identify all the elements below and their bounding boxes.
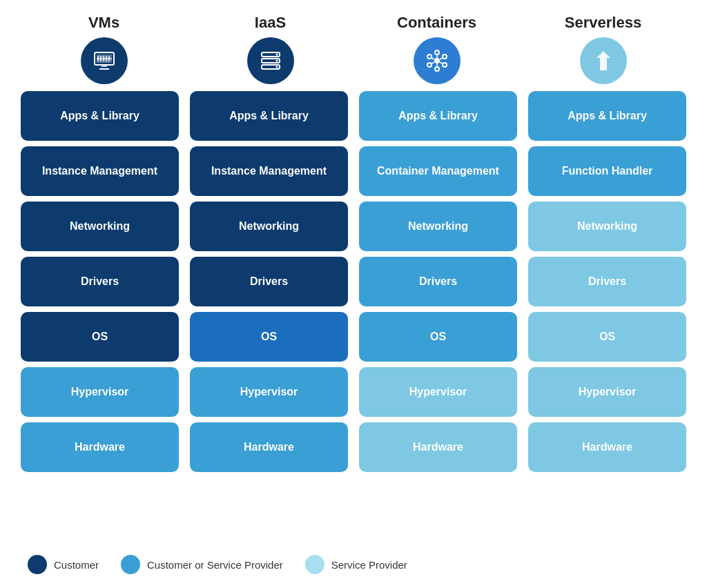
legend-dot-2 <box>305 555 325 574</box>
svg-line-27 <box>431 62 434 64</box>
svg-point-17 <box>435 50 439 55</box>
cell-containers-row0: Apps & Library <box>359 91 517 141</box>
svg-rect-8 <box>101 65 107 67</box>
col-header-serverless: Serverless <box>520 14 686 84</box>
cell-vms-row0: Apps & Library <box>21 91 179 141</box>
cell-serverless-row3: Drivers <box>528 257 686 306</box>
col-header-containers: Containers <box>354 14 520 84</box>
grid-row-4: OSOSOSOS <box>21 312 686 362</box>
legend-item-2: Service Provider <box>305 555 407 574</box>
column-headers: VMs IaaS Containers <box>21 14 686 84</box>
cell-iaas-row0: Apps & Library <box>190 91 348 141</box>
cell-serverless-row0: Apps & Library <box>528 91 686 141</box>
grid-row-0: Apps & LibraryApps & LibraryApps & Libra… <box>21 91 686 141</box>
svg-point-18 <box>435 67 439 71</box>
grid-row-3: DriversDriversDriversDrivers <box>21 257 686 306</box>
cell-containers-row1: Container Management <box>359 146 517 196</box>
cell-containers-row2: Networking <box>359 202 517 251</box>
col-header-vms: VMs <box>21 14 187 84</box>
icon-iaas <box>247 37 294 84</box>
svg-point-16 <box>434 58 440 63</box>
icon-containers <box>414 37 461 84</box>
svg-line-25 <box>431 58 434 60</box>
grid-row-5: HypervisorHypervisorHypervisorHypervisor <box>21 367 686 417</box>
grid-row-1: Instance ManagementInstance ManagementCo… <box>21 146 686 196</box>
cell-iaas-row5: Hypervisor <box>190 367 348 417</box>
svg-point-22 <box>443 63 447 67</box>
col-title-serverless: Serverless <box>565 14 641 32</box>
cell-serverless-row2: Networking <box>528 202 686 251</box>
grid-row-2: NetworkingNetworkingNetworkingNetworking <box>21 202 686 251</box>
cell-containers-row5: Hypervisor <box>359 367 517 417</box>
svg-point-20 <box>443 55 447 59</box>
legend-label-0: Customer <box>54 559 99 571</box>
cell-iaas-row2: Networking <box>190 202 348 251</box>
cell-vms-row2: Networking <box>21 202 179 251</box>
svg-point-11 <box>275 54 278 56</box>
cell-serverless-row1: Function Handler <box>528 146 686 196</box>
col-title-containers: Containers <box>397 14 476 32</box>
svg-point-13 <box>275 60 278 62</box>
col-title-iaas: IaaS <box>255 14 286 32</box>
legend-label-1: Customer or Service Provider <box>147 559 283 571</box>
legend-dot-0 <box>28 555 47 574</box>
grid-row-6: HardwareHardwareHardwareHardware <box>21 422 686 472</box>
svg-line-26 <box>440 62 443 64</box>
legend-item-1: Customer or Service Provider <box>121 555 283 574</box>
grid-rows: Apps & LibraryApps & LibraryApps & Libra… <box>21 91 686 545</box>
svg-marker-29 <box>597 51 610 70</box>
legend: CustomerCustomer or Service ProviderServ… <box>21 555 686 574</box>
cell-containers-row6: Hardware <box>359 422 517 472</box>
comparison-table: VMs IaaS Containers <box>21 14 686 574</box>
cell-vms-row5: Hypervisor <box>21 367 179 417</box>
cell-serverless-row6: Hardware <box>528 422 686 472</box>
cell-vms-row3: Drivers <box>21 257 179 306</box>
svg-point-19 <box>427 55 432 59</box>
icon-serverless <box>580 37 627 84</box>
svg-line-28 <box>440 58 443 60</box>
cell-iaas-row6: Hardware <box>190 422 348 472</box>
legend-dot-1 <box>121 555 140 574</box>
cell-iaas-row3: Drivers <box>190 257 348 306</box>
cell-vms-row1: Instance Management <box>21 146 179 196</box>
cell-iaas-row1: Instance Management <box>190 146 348 196</box>
icon-vms <box>81 37 128 84</box>
legend-label-2: Service Provider <box>331 559 407 571</box>
cell-containers-row3: Drivers <box>359 257 517 306</box>
cell-containers-row4: OS <box>359 312 517 362</box>
cell-vms-row4: OS <box>21 312 179 362</box>
cell-iaas-row4: OS <box>190 312 348 362</box>
col-title-vms: VMs <box>88 14 119 32</box>
cell-serverless-row5: Hypervisor <box>528 367 686 417</box>
col-header-iaas: IaaS <box>187 14 354 84</box>
svg-point-21 <box>427 63 432 67</box>
legend-item-0: Customer <box>28 555 99 574</box>
svg-point-15 <box>275 66 278 68</box>
cell-vms-row6: Hardware <box>21 422 179 472</box>
cell-serverless-row4: OS <box>528 312 686 362</box>
